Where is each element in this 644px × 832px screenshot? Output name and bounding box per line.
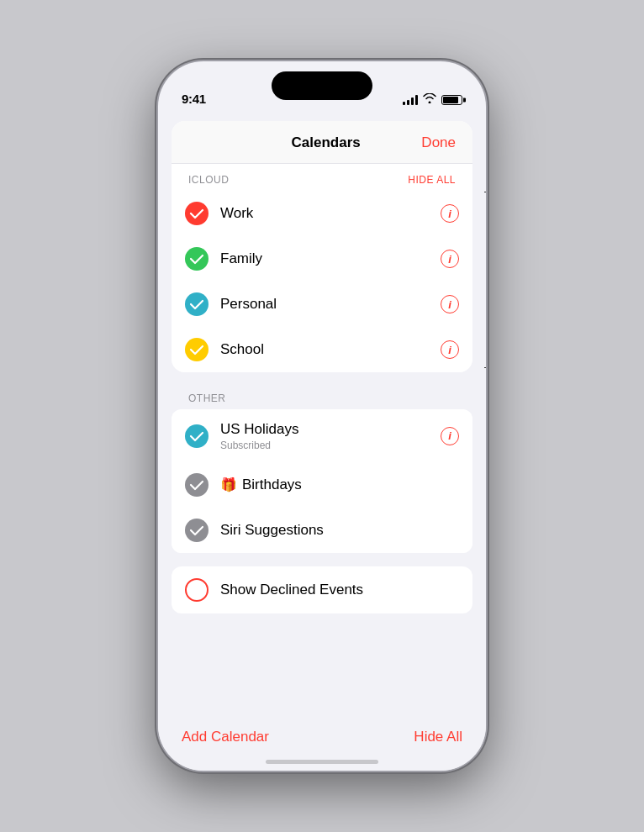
signal-icon (403, 95, 418, 105)
check-circle-siri (185, 519, 209, 542)
svg-point-1 (185, 247, 209, 271)
check-circle-birthdays (185, 473, 209, 497)
other-section-label: OTHER (158, 386, 486, 409)
decline-item[interactable]: Show Declined Events (172, 566, 472, 613)
siri-text-group: Siri Suggestions (220, 521, 459, 540)
work-info-button[interactable]: i (441, 204, 459, 223)
svg-point-2 (185, 292, 209, 316)
family-name: Family (220, 250, 441, 268)
battery-icon (441, 95, 462, 105)
declined-label: Show Declined Events (220, 581, 363, 599)
other-label-text: OTHER (188, 392, 226, 404)
calendar-item-school[interactable]: School i (172, 327, 472, 372)
calendar-item-work[interactable]: Work i (172, 191, 472, 236)
calendar-item-siri[interactable]: Siri Suggestions (172, 508, 472, 553)
other-calendar-list: US Holidays Subscribed i 🎁Birthdays (172, 409, 472, 553)
screen-content: Calendars Done ICLOUD HIDE ALL Work (158, 111, 486, 771)
personal-text-group: Personal (220, 295, 441, 313)
svg-point-4 (185, 424, 209, 448)
show-declined-card[interactable]: Show Declined Events (172, 566, 472, 613)
personal-info-button[interactable]: i (441, 295, 459, 313)
check-circle-personal (185, 292, 209, 316)
school-info-button[interactable]: i (441, 340, 459, 359)
modal-title: Calendars (230, 134, 421, 151)
hide-all-button[interactable]: HIDE ALL (408, 174, 456, 186)
home-indicator (266, 760, 378, 764)
us-holidays-name: US Holidays (220, 420, 441, 439)
calendar-item-family[interactable]: Family i (172, 236, 472, 282)
status-time: 9:41 (182, 92, 206, 106)
modal-card: Calendars Done ICLOUD HIDE ALL Work (172, 121, 472, 372)
birthdays-name: 🎁Birthdays (220, 476, 459, 494)
gift-icon: 🎁 (220, 477, 237, 492)
us-holidays-text-group: US Holidays Subscribed (220, 420, 441, 451)
personal-name: Personal (220, 295, 441, 313)
dynamic-island (272, 71, 372, 100)
svg-point-3 (185, 338, 209, 361)
family-text-group: Family (220, 250, 441, 268)
siri-name: Siri Suggestions (220, 521, 459, 540)
other-section: OTHER US Holidays Subscribed i (158, 386, 486, 553)
add-calendar-button[interactable]: Add Calendar (182, 729, 269, 745)
icloud-calendar-list: Work i Family i (172, 191, 472, 372)
check-circle-school (185, 338, 209, 361)
icloud-label-text: ICLOUD (188, 174, 229, 186)
status-icons (403, 93, 462, 106)
done-button[interactable]: Done (421, 134, 456, 151)
school-text-group: School (220, 340, 441, 359)
work-name: Work (220, 204, 441, 223)
family-info-button[interactable]: i (441, 250, 459, 268)
modal-header: Calendars Done (172, 121, 472, 164)
svg-point-6 (185, 519, 209, 542)
svg-point-0 (185, 202, 209, 225)
us-holidays-sub: Subscribed (220, 440, 441, 451)
wifi-icon (423, 93, 436, 106)
calendar-item-birthdays[interactable]: 🎁Birthdays (172, 462, 472, 508)
bracket (484, 192, 486, 368)
phone-frame: 9:41 Ca (158, 61, 486, 771)
work-text-group: Work (220, 204, 441, 223)
calendar-item-personal[interactable]: Personal i (172, 282, 472, 327)
declined-empty-circle (185, 578, 209, 602)
check-circle-family (185, 247, 209, 271)
icloud-section-label: ICLOUD HIDE ALL (172, 164, 472, 191)
school-name: School (220, 340, 441, 359)
calendar-item-us-holidays[interactable]: US Holidays Subscribed i (172, 409, 472, 462)
hide-all-bottom-button[interactable]: Hide All (414, 729, 462, 745)
us-holidays-info-button[interactable]: i (441, 427, 459, 445)
svg-point-5 (185, 473, 209, 497)
birthdays-text-group: 🎁Birthdays (220, 476, 459, 494)
check-circle-work (185, 202, 209, 225)
check-circle-us-holidays (185, 424, 209, 448)
